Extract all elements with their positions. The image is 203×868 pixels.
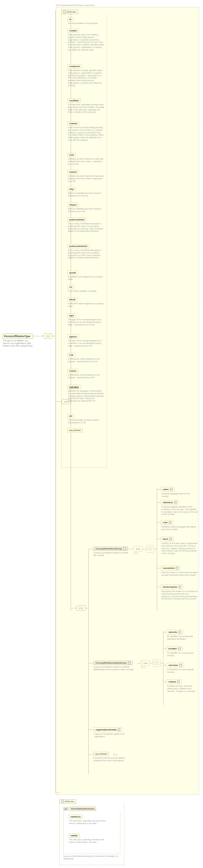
sequence-children [76, 606, 86, 611]
attributes-header[interactable]: − attributes [61, 10, 78, 14]
collapse-icon[interactable]: − [61, 800, 64, 803]
plus-icon[interactable]: + [170, 488, 172, 491]
plus-icon[interactable]: + [177, 680, 180, 683]
extension-label: FlexOrganisationPropType (extension) [56, 4, 95, 6]
attr-desc: A refinement of the semantics of the pro… [67, 357, 104, 363]
attr-name: creator [67, 29, 79, 33]
elem-label: name [163, 488, 169, 491]
attr-validto: validto The date (and, optionally, the t… [68, 834, 126, 844]
attr-desc: A refinement of the semantics of the pro… [67, 373, 104, 379]
plus-icon[interactable]: + [178, 631, 181, 633]
plus-icon[interactable]: + [179, 664, 182, 666]
elem-box[interactable]: facet+ [161, 537, 174, 541]
attr-name: pubconstrainturi [67, 244, 90, 248]
attr-pubconstrainturi: pubconstrainturi One or many constraints… [67, 244, 124, 259]
elem-hierarchyinfo: hierarchyInfo+ Represents the position o… [161, 585, 198, 600]
attr-name: validto [68, 834, 80, 838]
elem-desc: A natural language name for the concept. [161, 492, 198, 498]
connector [161, 663, 163, 663]
connector [55, 793, 59, 793]
connector [157, 502, 161, 503]
elem-label: facet [163, 538, 168, 540]
attr-desc: The directionality of textual content (e… [67, 418, 104, 424]
minus-icon[interactable]: − [128, 662, 131, 664]
attr-why: why Why the metadata has been included -… [67, 187, 124, 197]
group-label[interactable]: ConceptDefinitionGroup − [94, 547, 128, 551]
attr-desc: The type of the concept assigned as a co… [67, 339, 104, 347]
elem-box[interactable]: sameAs+ [167, 630, 183, 634]
elem-broader: broader+ An identifier of a more generic… [167, 646, 198, 657]
attr-desc: The local identifier of the property. [67, 22, 124, 25]
elem-box[interactable]: name+ [161, 487, 174, 492]
attr-howuri: howuri Indicates by which means the valu… [67, 170, 124, 182]
attr-name: custom [67, 121, 79, 126]
attributes-header-bottom[interactable]: − attributes [59, 799, 76, 804]
elem-desc: An identifier of a more specific concept… [167, 668, 198, 674]
attr-desc: One or many constraints that apply to pu… [67, 248, 104, 259]
attr-whyuri: whyuri Why the metadata has been include… [67, 203, 124, 213]
group-label[interactable]: ConceptRelationshipsGroup − [94, 661, 133, 665]
attr-any: any ##other [67, 428, 83, 432]
attr-pubconstraint: pubconstraint One or many constraints th… [67, 217, 124, 232]
attr-desc: A free-form value assigned as a property… [67, 302, 104, 308]
elem-box[interactable]: organisationDetails+ [94, 727, 122, 732]
plus-icon[interactable]: + [176, 567, 178, 569]
connector [157, 522, 161, 523]
attr-desc: If the attribute is empty, specifies whi… [67, 68, 104, 87]
elem-box[interactable]: narrower+ [167, 663, 184, 668]
connector [71, 608, 76, 608]
connector [89, 549, 94, 549]
group-conceptdefinition: ConceptDefinitionGroup − A group of prop… [94, 547, 131, 557]
plus-icon[interactable]: + [178, 586, 181, 588]
attr-xmllang: xml:lang Specifies the language of this … [67, 385, 124, 402]
attr-name: modified [67, 98, 81, 103]
attr-modified: modified The date (and, optionally, the … [67, 98, 124, 114]
elem-box[interactable]: note+ [161, 520, 173, 525]
elem-label: sameAs [169, 631, 177, 633]
collapse-icon[interactable]: − [63, 10, 66, 13]
plus-icon[interactable]: + [169, 538, 172, 540]
elem-desc: Additional natural language information … [161, 525, 198, 531]
attributes-header-label: attributes [65, 800, 74, 803]
elem-desc: A link to an item or a web resource whic… [161, 570, 198, 577]
attr-name: id [67, 17, 73, 22]
connector [53, 336, 55, 336]
elem-box[interactable]: remoteInfo+ [161, 566, 180, 570]
any-box: any ##other [94, 752, 109, 756]
minus-icon[interactable]: − [124, 548, 126, 550]
group-label[interactable]: timeValidityAttributes [69, 807, 96, 811]
attr-desc: One or many constraints that apply to pu… [67, 222, 104, 232]
elem-box[interactable]: related+ [167, 679, 181, 684]
elem-related: related+ A related concept, where the re… [167, 679, 198, 692]
elem-label: related [169, 680, 176, 683]
plus-icon[interactable]: + [169, 521, 171, 524]
attr-name: typeuri [67, 335, 79, 339]
connector [89, 730, 94, 730]
connector [55, 10, 56, 793]
connector [137, 663, 141, 663]
attr-name: how [67, 153, 76, 157]
elem-label: definition [163, 501, 173, 504]
elem-sameas: sameAs+ An identifier of a concept with … [167, 630, 198, 641]
connector [142, 549, 146, 549]
attr-desc: If the property value is not defined, sp… [67, 33, 104, 51]
attributes-header-label: attributes [67, 10, 76, 13]
elem-box[interactable]: hierarchyInfo+ [161, 585, 183, 589]
plus-icon[interactable]: + [118, 728, 120, 731]
plus-icon[interactable]: + [178, 647, 181, 650]
root-title: PersonAffiliationType [2, 334, 33, 339]
elem-organisationdetails: organisationDetails+ A group of properti… [94, 727, 131, 738]
elem-definition: definition+ A natural language definitio… [161, 500, 198, 516]
elem-box[interactable]: definition+ [161, 500, 179, 505]
connector [163, 665, 167, 665]
elem-desc: In NAR 1.8 and later, facet is deprecate… [161, 541, 198, 555]
attr-creatoruri: creatoruri If the attribute is empty, sp… [67, 64, 124, 87]
connector [154, 549, 157, 549]
attr-how: how Indicates by which means the value w… [67, 153, 124, 165]
elem-desc: An identifier of a more generic concept. [167, 651, 198, 657]
connector [150, 663, 153, 663]
attr-name: literal [67, 298, 77, 302]
plus-icon[interactable]: + [174, 501, 177, 504]
elem-box[interactable]: broader+ [167, 646, 183, 651]
connector [86, 608, 89, 608]
